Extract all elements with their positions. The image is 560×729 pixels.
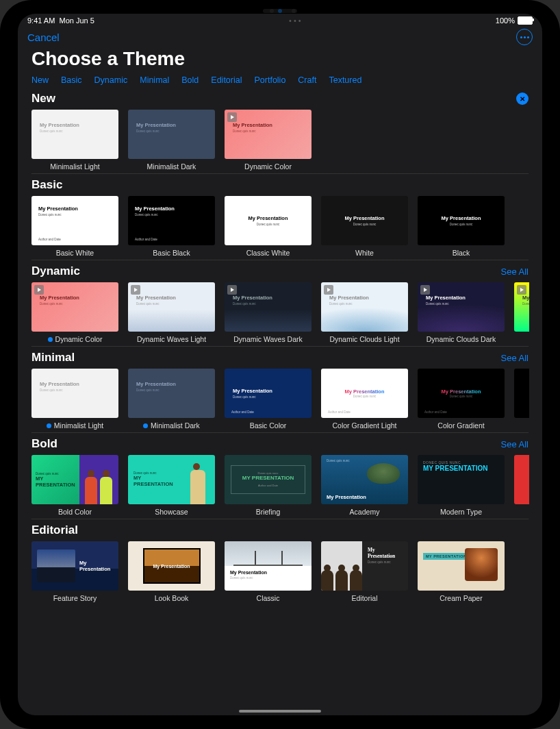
category-dynamic[interactable]: Dynamic: [94, 75, 128, 85]
theme-label: Look Book: [128, 594, 215, 602]
cancel-button[interactable]: Cancel: [27, 32, 60, 43]
theme-tile[interactable]: My PresentationDonec quis nuncAuthor and…: [418, 369, 505, 430]
theme-label: Cream Paper: [418, 594, 505, 602]
category-filter-bar: NewBasicDynamicMinimalBoldEditorialPortf…: [18, 73, 542, 92]
theme-thumbnail: My PresentationDonec quis nunc: [225, 541, 311, 591]
theme-tile[interactable]: My PresentationDonec quis nuncClassic Wh…: [225, 196, 311, 257]
category-bold[interactable]: Bold: [181, 75, 199, 85]
theme-label: Minimalist Light: [31, 162, 118, 171]
section-title: Bold: [31, 437, 58, 451]
theme-label: Modern Type: [418, 508, 505, 516]
theme-thumbnail: My PresentationDonec quis nunc: [321, 282, 408, 332]
theme-label: Basic Black: [128, 249, 215, 257]
theme-tile[interactable]: My PresentationDonec quis nuncMinimalist…: [31, 110, 118, 171]
screen: 9:41 AM Mon Jun 5 • • • 100% Cancel Choo…: [18, 14, 542, 715]
theme-tile[interactable]: My PresentationDonec quis nuncBlack: [418, 196, 505, 257]
theme-tile[interactable]: My PresentationDonec quis nuncDynamic Cl…: [418, 282, 505, 343]
theme-label: Basic Color: [225, 421, 311, 430]
section-title: Minimal: [31, 351, 75, 364]
theme-thumbnail: MY PRESENTATION: [418, 541, 505, 591]
theme-label: Briefing: [225, 508, 311, 516]
play-icon: [34, 285, 44, 295]
theme-thumbnail: My PresentationDonec quis nunc: [31, 282, 118, 332]
theme-tile[interactable]: My PresentationDonec quis nuncWhite: [321, 196, 408, 257]
theme-thumbnail: My PresentationDonec quis nuncAuthor and…: [225, 369, 311, 418]
nav-bar: Cancel: [18, 26, 542, 45]
section-title: New: [31, 92, 55, 106]
status-center-dots: • • •: [289, 16, 301, 25]
theme-thumbnail: My PresentationDonec quis nunc: [225, 282, 311, 332]
theme-tile[interactable]: My PresentationDonec quis nuncMinimalist…: [128, 369, 215, 430]
theme-row: My PresentationDonec quis nuncDynamic Co…: [31, 282, 542, 343]
theme-tile[interactable]: My PresentationDonec quis nunc: [514, 282, 529, 343]
theme-tile[interactable]: Donec quis nuncMy PresentationAcademy: [321, 455, 408, 516]
play-icon: [324, 285, 333, 295]
theme-tile[interactable]: Donec quis nuncMY PRESENTATIONShowcase: [128, 455, 215, 516]
battery-percent: 100%: [496, 16, 515, 25]
theme-label: Dynamic Color: [31, 335, 118, 343]
theme-tile[interactable]: [514, 369, 529, 430]
theme-thumbnail: My PresentationDonec quis nuncAuthor and…: [418, 369, 505, 418]
theme-label: White: [321, 249, 408, 257]
theme-thumbnail: [514, 369, 529, 418]
theme-tile[interactable]: My PresentationDonec quis nuncMinimalist…: [128, 110, 215, 171]
category-textured[interactable]: Textured: [329, 75, 361, 85]
section-minimal: MinimalSee AllMy PresentationDonec quis …: [31, 346, 529, 430]
theme-thumbnail: My PresentationDonec quis nunc: [128, 282, 215, 332]
play-icon: [227, 285, 237, 295]
theme-label: Bold Color: [31, 508, 118, 516]
theme-tile[interactable]: My PresentationFeature Story: [31, 541, 118, 602]
camera-notch: [263, 9, 297, 13]
theme-label: Classic: [225, 594, 311, 602]
category-basic[interactable]: Basic: [61, 75, 82, 85]
theme-label: Dynamic Color: [225, 162, 311, 171]
theme-label: Showcase: [128, 508, 215, 516]
theme-tile[interactable]: [514, 455, 529, 516]
ellipsis-circle-icon: [516, 29, 533, 45]
category-new[interactable]: New: [31, 75, 49, 85]
category-craft[interactable]: Craft: [298, 75, 316, 85]
theme-label: Academy: [321, 508, 408, 516]
see-all-button[interactable]: See All: [501, 353, 529, 363]
see-all-button[interactable]: See All: [501, 267, 529, 277]
play-icon: [131, 285, 140, 295]
status-bar: 9:41 AM Mon Jun 5 • • • 100%: [18, 14, 542, 26]
theme-tile[interactable]: My PresentationDonec quis nuncAuthor and…: [321, 369, 408, 430]
theme-thumbnail: My PresentationDonec quis nunc: [31, 110, 118, 159]
theme-tile[interactable]: My PresentationDonec quis nuncMinimalist…: [31, 369, 118, 430]
theme-tile[interactable]: My PresentationDonec quis nuncAuthor and…: [128, 196, 215, 257]
category-minimal[interactable]: Minimal: [140, 75, 169, 85]
theme-tile[interactable]: My PresentationDonec quis nuncDynamic Co…: [225, 110, 311, 171]
theme-thumbnail: [514, 455, 529, 504]
theme-tile[interactable]: My PresentationDonec quis nuncDynamic Cl…: [321, 282, 408, 343]
theme-tile[interactable]: My PresentationDonec quis nuncDynamic Co…: [31, 282, 118, 343]
theme-tile[interactable]: My PresentationDonec quis nuncAuthor and…: [31, 196, 118, 257]
dismiss-new-button[interactable]: [516, 92, 529, 105]
theme-tile[interactable]: My PresentationDonec quis nuncClassic: [225, 541, 311, 602]
category-editorial[interactable]: Editorial: [211, 75, 242, 85]
category-portfolio[interactable]: Portfolio: [254, 75, 285, 85]
theme-tile[interactable]: My PresentationDonec quis nuncAuthor and…: [225, 369, 311, 430]
theme-thumbnail: Donec quis nuncMY PRESENTATION: [31, 455, 118, 504]
theme-tile[interactable]: My PresentationLook Book: [128, 541, 215, 602]
theme-thumbnail: My PresentationDonec quis nuncAuthor and…: [128, 196, 215, 245]
theme-thumbnail: Donec quis nuncMy Presentation: [321, 455, 408, 504]
theme-tile[interactable]: My PresentationDonec quis nuncDynamic Wa…: [128, 282, 215, 343]
theme-tile[interactable]: Donec quis nuncMY PRESENTATIONBold Color: [31, 455, 118, 516]
theme-label: Editorial: [321, 594, 408, 602]
see-all-button[interactable]: See All: [501, 439, 529, 449]
theme-tile[interactable]: MY PRESENTATIONCream Paper: [418, 541, 505, 602]
theme-label: Color Gradient Light: [321, 421, 408, 430]
theme-tile[interactable]: DONEC QUIS NUNCMY PRESENTATIONModern Typ…: [418, 455, 505, 516]
theme-thumbnail: My Presentation: [31, 541, 118, 591]
status-date: Mon Jun 5: [59, 16, 94, 25]
play-icon: [420, 285, 430, 295]
theme-thumbnail: My PresentationDonec quis nunc: [418, 196, 505, 245]
theme-tile[interactable]: My PresentationDonec quis nuncDynamic Wa…: [225, 282, 311, 343]
section-title: Editorial: [31, 523, 78, 537]
theme-tile[interactable]: My PresentationDonec quis nuncEditorial: [321, 541, 408, 602]
more-options-button[interactable]: [516, 29, 533, 45]
play-icon: [227, 112, 237, 122]
theme-label: Classic White: [225, 249, 311, 257]
theme-tile[interactable]: Donec quis nuncMY PRESENTATIONAuthor and…: [225, 455, 311, 516]
